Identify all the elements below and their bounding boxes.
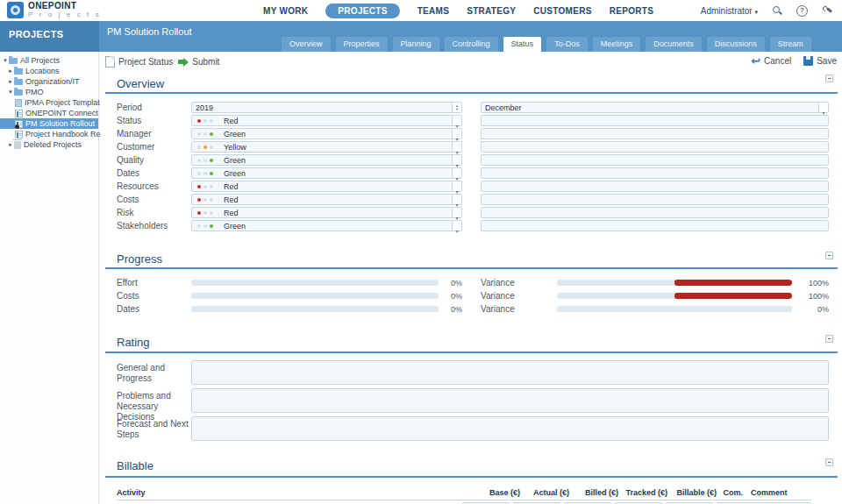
chevron-down-icon[interactable] — [452, 129, 461, 138]
project-icon — [15, 131, 23, 138]
dates-variance-percent: 0% — [796, 305, 829, 314]
nav-projects[interactable]: PROJECTS — [325, 4, 399, 18]
tree-item-pm-solution-rollout[interactable]: PM Solution Rollout — [0, 118, 98, 129]
period-input[interactable]: 2019 ▲▼ — [191, 102, 462, 113]
customer-comment-input[interactable] — [481, 141, 829, 153]
chevron-down-icon[interactable] — [452, 116, 461, 125]
tree-item-pmo[interactable]: ▾ PMO — [0, 87, 98, 97]
chevron-down-icon[interactable] — [452, 181, 461, 191]
tree-item-locations[interactable]: ▸ Locations — [0, 66, 98, 76]
billable-section-title: Billable — [117, 459, 153, 472]
document-icon — [105, 56, 115, 67]
brand-logo: ONEPOINT P r o j e c t s — [7, 2, 101, 18]
effort-progress-bar — [191, 280, 439, 286]
general-progress-label: General and Progress — [117, 363, 192, 384]
project-tree: ▾ All Projects ▸ Locations ▸ Organizatio… — [0, 52, 99, 504]
user-menu[interactable]: Administrator ▾ — [701, 6, 758, 16]
tab-overview[interactable]: Overview — [282, 37, 331, 52]
chevron-down-icon[interactable] — [452, 195, 461, 204]
manager-select[interactable]: Green — [191, 128, 462, 139]
quality-comment-input[interactable] — [481, 154, 829, 166]
tree-item-onepoint-connect[interactable]: ONEPOINT Connect — [0, 108, 98, 118]
nav-strategy[interactable]: STRATEGY — [467, 6, 516, 16]
tab-discussions[interactable]: Discussions — [707, 37, 765, 52]
app-title: PROJECTS — [0, 21, 99, 52]
billable-collapse-button[interactable] — [825, 458, 833, 466]
customer-select[interactable]: Yellow — [191, 141, 462, 153]
chevron-down-icon[interactable] — [818, 103, 828, 112]
risk-label: Risk — [117, 208, 190, 217]
cancel-button[interactable]: ↩ Cancel — [751, 56, 791, 66]
general-progress-textarea[interactable] — [191, 360, 829, 385]
progress-collapse-button[interactable] — [825, 252, 833, 259]
costs-select[interactable]: Red — [191, 194, 462, 205]
traffic-light-icon — [197, 172, 213, 175]
status-comment-input[interactable] — [481, 115, 829, 126]
tab-stream[interactable]: Stream — [770, 37, 811, 52]
chevron-expanded-icon[interactable]: ▾ — [2, 57, 9, 64]
help-icon[interactable]: ? — [796, 5, 808, 17]
chevron-down-icon[interactable] — [452, 208, 461, 217]
tab-properties[interactable]: Properties — [336, 37, 388, 52]
rating-section-title: Rating — [117, 336, 150, 349]
quality-select[interactable]: Green — [191, 154, 462, 166]
stakeholders-comment-input[interactable] — [481, 220, 829, 231]
submit-button[interactable]: Submit — [178, 57, 219, 67]
tab-planning[interactable]: Planning — [393, 37, 439, 52]
chevron-collapsed-icon[interactable]: ▸ — [7, 67, 14, 75]
trash-icon — [14, 141, 21, 149]
header-band: PROJECTS PM Solution Rollout Overview Pr… — [0, 21, 842, 52]
chevron-down-icon[interactable] — [452, 221, 461, 231]
nav-customers[interactable]: CUSTOMERS — [533, 6, 591, 16]
chevron-collapsed-icon[interactable]: ▸ — [7, 141, 14, 148]
traffic-light-icon — [197, 185, 213, 188]
month-select[interactable]: December — [481, 102, 829, 113]
stakeholders-select[interactable]: Green — [191, 220, 462, 231]
problems-decisions-textarea[interactable] — [191, 388, 829, 413]
traffic-light-icon — [197, 211, 213, 215]
nav-my-work[interactable]: MY WORK — [263, 6, 308, 16]
dates-select[interactable]: Green — [191, 167, 462, 179]
effort-variance-percent: 100% — [796, 279, 829, 287]
costs-percent: 0% — [439, 292, 462, 301]
save-button[interactable]: Save — [803, 56, 837, 66]
traffic-light-icon — [197, 159, 213, 162]
effort-variance-bar — [557, 280, 792, 286]
tab-meetings[interactable]: Meetings — [593, 37, 641, 52]
nav-reports[interactable]: REPORTS — [610, 6, 653, 16]
chevron-expanded-icon[interactable]: ▾ — [7, 89, 14, 96]
table-divider — [117, 500, 811, 500]
nav-teams[interactable]: TEAMS — [417, 6, 450, 16]
forecast-next-steps-textarea[interactable] — [191, 416, 829, 441]
column-billed: Billed (€) — [569, 488, 618, 497]
form-toolbar: Project Status Submit ↩ Cancel Save — [100, 52, 842, 73]
dates-comment-input[interactable] — [481, 167, 829, 179]
tree-item-all-projects[interactable]: ▾ All Projects — [0, 55, 98, 66]
period-spinner[interactable]: ▲▼ — [452, 103, 461, 112]
chevron-down-icon[interactable] — [452, 155, 461, 165]
tab-controlling[interactable]: Controlling — [445, 37, 498, 52]
top-bar: ONEPOINT P r o j e c t s MY WORK PROJECT… — [0, 0, 842, 21]
tab-documents[interactable]: Documents — [646, 37, 702, 52]
tree-item-deleted-projects[interactable]: ▸ Deleted Projects — [0, 139, 98, 150]
chevron-down-icon[interactable] — [452, 168, 461, 178]
tools-icon[interactable] — [822, 5, 833, 17]
risk-select[interactable]: Red — [191, 207, 462, 218]
tree-item-ipma-project-template[interactable]: IPMA Project Template — [0, 97, 98, 108]
tree-item-organization-it[interactable]: ▸ Organization/IT — [0, 76, 98, 87]
risk-comment-input[interactable] — [481, 207, 829, 218]
tab-to-dos[interactable]: To-Dos — [546, 37, 588, 52]
tab-status[interactable]: Status — [503, 37, 542, 52]
status-select[interactable]: Red — [191, 115, 462, 126]
chevron-collapsed-icon[interactable]: ▸ — [7, 78, 14, 85]
column-actual: Actual (€) — [520, 488, 569, 497]
overview-collapse-button[interactable] — [825, 75, 833, 82]
rating-collapse-button[interactable] — [825, 335, 833, 343]
resources-select[interactable]: Red — [191, 181, 462, 192]
manager-comment-input[interactable] — [481, 128, 829, 139]
chevron-down-icon[interactable] — [452, 142, 461, 152]
search-icon[interactable] — [772, 5, 782, 16]
resources-comment-input[interactable] — [481, 181, 829, 192]
tree-item-project-handbook-revision[interactable]: Project Handbook Revision — [0, 129, 98, 139]
costs-comment-input[interactable] — [481, 194, 829, 205]
